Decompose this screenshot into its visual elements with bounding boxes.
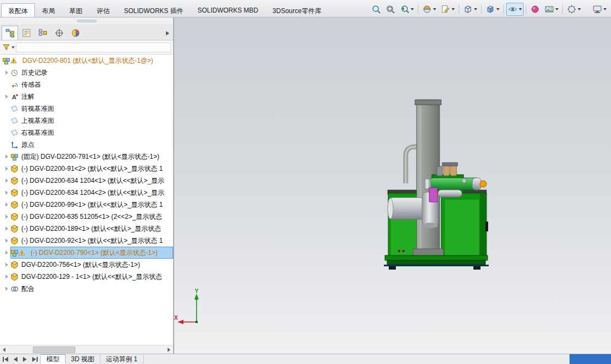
expand-arrow-icon[interactable] (3, 178, 10, 183)
expand-arrow-icon[interactable] (3, 166, 10, 171)
previous-view-button[interactable] (398, 3, 416, 16)
solidworks-window: 装配体布局草图评估SOLIDWORKS 插件SOLIDWORKS MBD3DSo… (0, 0, 611, 364)
panel-expand-chevron-icon[interactable] (166, 31, 169, 35)
view-settings-button[interactable] (565, 3, 583, 16)
expand-arrow-icon[interactable] (3, 226, 10, 231)
scrollbar-thumb[interactable] (33, 347, 75, 353)
tree-item[interactable]: 传感器 (0, 79, 173, 91)
expand-arrow-icon[interactable] (3, 202, 10, 207)
viewport-3d[interactable]: Y X (174, 17, 611, 354)
tree-item[interactable]: (-) DGV-D2200-635 51205<1> (2<<2>_显示状态 (0, 211, 173, 223)
tree-filter-input[interactable] (16, 43, 171, 52)
part-icon (10, 213, 20, 221)
ribbon-tab-4[interactable]: 评估 (90, 3, 117, 17)
tree-item[interactable]: 历史记录 (0, 67, 173, 79)
annotation-view-button[interactable] (439, 3, 456, 16)
expand-arrow-icon[interactable] (3, 70, 10, 75)
tree-item-label: (-) DGV-D2200-634 1204<1> (默认<<默认>_显示 (21, 176, 164, 186)
panel-tab-dimxpert-manager[interactable] (51, 26, 67, 40)
expand-arrow-icon[interactable] (3, 94, 10, 99)
ribbon-tab-6[interactable]: SOLIDWORKS MBD (191, 3, 265, 17)
tree-item[interactable]: DGV-D2200-129 - 1<1> (默认<<默认>_显示状态 (0, 271, 173, 283)
triad-y-label: Y (195, 288, 199, 294)
annotation-view-icon (441, 4, 450, 14)
tree-item[interactable]: (-) DGV-D2200-790<1> (默认<显示状态-1>) (0, 247, 173, 259)
ribbon-tab-2[interactable]: 布局 (35, 3, 62, 17)
display-style-button[interactable] (484, 3, 501, 16)
ribbon-tab-7[interactable]: 3DSource零件库 (265, 3, 328, 17)
expand-arrow-icon[interactable] (3, 262, 10, 267)
panel-grip[interactable] (0, 17, 173, 24)
dropdown-caret-icon[interactable] (555, 8, 559, 10)
tree-item[interactable]: (-) DGV-D2200-634 1204<1> (默认<<默认>_显示 (0, 175, 173, 187)
dropdown-caret-icon[interactable] (452, 8, 455, 10)
toolbar-separator (503, 4, 504, 14)
expand-arrow-icon[interactable] (3, 287, 10, 291)
plane-icon (10, 117, 20, 125)
panel-horizontal-scrollbar[interactable] (0, 345, 173, 354)
tree-item-label: 原点 (21, 140, 34, 150)
sensor-icon (10, 81, 20, 89)
expand-arrow-icon[interactable] (3, 275, 10, 279)
expand-arrow-icon[interactable] (3, 190, 10, 195)
nav-last-button[interactable] (31, 355, 39, 363)
expand-arrow-icon[interactable] (3, 238, 10, 243)
tree-item[interactable]: 上视基准面 (0, 115, 173, 127)
edit-appearance-button[interactable] (529, 3, 542, 16)
panel-tab-feature-manager[interactable] (2, 26, 18, 40)
view-orientation-button[interactable] (461, 3, 479, 16)
machine-model[interactable] (174, 17, 611, 354)
apply-scene-button[interactable] (543, 3, 560, 16)
zoom-area-button[interactable] (384, 3, 397, 16)
filter-funnel-icon[interactable] (2, 43, 10, 51)
filter-dropdown-caret-icon[interactable] (11, 46, 15, 49)
dropdown-caret-icon[interactable] (578, 8, 581, 10)
study-tab-运动算例 1[interactable]: 运动算例 1 (100, 354, 144, 364)
tree-item[interactable]: 前视基准面 (0, 103, 173, 115)
status-bar-spacer (144, 354, 570, 364)
dropdown-caret-icon[interactable] (519, 8, 522, 10)
tree-item[interactable]: (-) DGV-D2200-634 1204<2> (默认<<默认>_显示 (0, 187, 173, 199)
panel-tab-property-manager[interactable] (18, 26, 34, 40)
tree-item[interactable]: 配合 (0, 283, 173, 295)
expand-arrow-icon[interactable] (3, 214, 10, 219)
tree-item[interactable]: (-) DGV-D2200-99<1> (默认<<默认>_显示状态 1 (0, 199, 173, 211)
tree-item[interactable]: 右视基准面 (0, 127, 173, 139)
dropdown-caret-icon[interactable] (603, 8, 607, 10)
tree-item[interactable]: 原点 (0, 139, 173, 151)
monitor-button[interactable] (591, 3, 608, 16)
view-toolbar (369, 2, 609, 16)
ribbon-tab-5[interactable]: SOLIDWORKS 插件 (117, 3, 191, 17)
tree-item-label: (-) DGV-D2200-189<1> (默认<<默认>_显示状态 (21, 224, 161, 234)
nav-first-button[interactable] (1, 355, 10, 363)
section-view-button[interactable] (420, 3, 438, 16)
nav-next-button[interactable] (21, 355, 29, 363)
hide-show-items-button[interactable] (506, 3, 524, 16)
hide-show-items-icon (508, 4, 518, 14)
tree-item-label: (-) DGV-D2200-790<1> (默认<显示状态-1>) (31, 248, 158, 258)
study-tab-模型[interactable]: 模型 (41, 354, 66, 364)
scroll-right-button[interactable] (165, 346, 173, 354)
ribbon-tab-3[interactable]: 草图 (62, 3, 90, 17)
scroll-left-button[interactable] (0, 346, 8, 354)
tree-item[interactable]: (-) DGV-D2200-91<2> (默认<<默认>_显示状态 1 (0, 163, 173, 175)
tree-item[interactable]: A注解 (0, 91, 173, 103)
tree-item-label: 历史记录 (21, 68, 48, 77)
tree-item[interactable]: (-) DGV-D2200-189<1> (默认<<默认>_显示状态 (0, 223, 173, 235)
panel-tab-configuration-manager[interactable] (34, 26, 51, 40)
expand-arrow-icon[interactable] (3, 250, 10, 255)
zoom-fit-button[interactable] (370, 3, 383, 16)
dropdown-caret-icon[interactable] (433, 8, 436, 10)
tree-item[interactable]: DGV-D2200-756<1> (默认<显示状态-1>) (0, 259, 173, 271)
dropdown-caret-icon[interactable] (496, 8, 500, 10)
ribbon-tab-1[interactable]: 装配体 (1, 3, 35, 17)
tree-item[interactable]: (固定) DGV-D2200-791<1> (默认<显示状态-1>) (0, 151, 173, 163)
nav-prev-button[interactable] (11, 355, 20, 363)
tree-item[interactable]: DGV-D2200-801 (默认<默认_显示状态-1@>) (0, 55, 173, 67)
panel-tab-display-manager[interactable] (67, 26, 84, 40)
tree-item[interactable]: (-) DGV-D2200-92<1> (默认<<默认>_显示状态 1 (0, 235, 173, 247)
study-tab-3D 视图[interactable]: 3D 视图 (66, 354, 100, 364)
expand-arrow-icon[interactable] (3, 154, 10, 159)
dropdown-caret-icon[interactable] (474, 8, 477, 10)
dropdown-caret-icon[interactable] (411, 8, 414, 10)
